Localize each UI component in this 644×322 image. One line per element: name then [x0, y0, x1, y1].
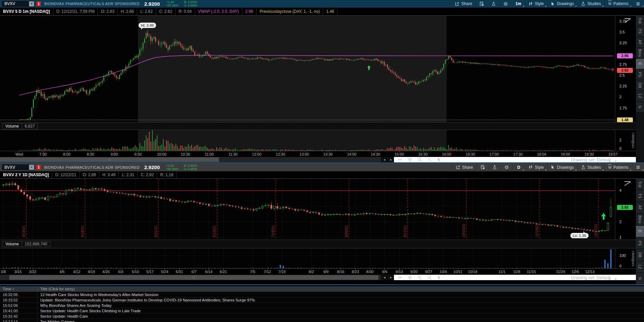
gadget-tab-at[interactable]: AT [636, 202, 644, 213]
menu-button[interactable] [632, 0, 644, 7]
analysis-flask-button[interactable] [488, 0, 499, 7]
patterns-w-icon: W [608, 165, 612, 170]
resize-grip[interactable] [615, 160, 616, 162]
drawings-button[interactable]: Drawings [547, 0, 577, 7]
share-button[interactable]: Share [451, 0, 475, 7]
quick-quote-button[interactable] [475, 0, 488, 7]
settings-gear-button[interactable] [499, 0, 512, 7]
drawings-button[interactable]: Drawings [547, 163, 577, 171]
zoom-out-icon[interactable] [427, 157, 432, 162]
gadget-tab-at[interactable]: AT [636, 37, 644, 47]
chevron-down-icon[interactable]: ▼ [29, 165, 34, 170]
patterns-button[interactable]: W Patterns [604, 163, 632, 171]
share-button[interactable]: Share [452, 163, 476, 171]
gadget-tab-btns[interactable]: Btns [636, 214, 644, 225]
daily-time-axis[interactable]: 3/83/153/224/54/124/194/265/35/105/175/2… [0, 268, 636, 275]
news-row[interactable]: 16:32:05 12 Health Care Stocks Moving In… [0, 292, 644, 297]
study-legend-prevclose[interactable]: Previousdayclose (DAY, 1, -1, no) [256, 8, 323, 15]
scroll-right-button[interactable]: ▸ [388, 275, 394, 280]
intraday-volume-pane[interactable]: 20<millions> [0, 130, 636, 151]
style-button[interactable]: Style [525, 163, 547, 171]
scrollbar-handle[interactable]: ||| [9, 275, 378, 280]
style-button[interactable]: Style [525, 0, 547, 7]
alert-badge[interactable]: 1 [36, 165, 41, 170]
timeframe-button[interactable]: 1m [512, 0, 524, 7]
gadget-tab-ts[interactable]: TS [636, 26, 644, 36]
scroll-left-button[interactable]: ◂ [381, 275, 388, 280]
scrollbar-handle[interactable]: ||| [0, 157, 219, 162]
gadget-tab-ps[interactable]: PS [636, 70, 644, 80]
analysis-flask-button[interactable] [489, 163, 500, 171]
timeframe-button[interactable]: D [513, 163, 525, 171]
news-title-column-header[interactable]: Title (Click for story) [37, 287, 644, 291]
news-row[interactable]: 14:13:14 Top Midday Gainers [0, 319, 644, 322]
studies-button[interactable]: Studies [577, 0, 604, 7]
crosshair-target-icon[interactable] [407, 157, 413, 162]
patterns-button[interactable]: W Patterns [604, 0, 632, 7]
volume-legend-row: Volume 152,688,740 [0, 240, 636, 248]
gadget-tab-db[interactable]: DB [636, 80, 644, 90]
price-tick: 3.25 [619, 41, 627, 45]
gadget-tab-db[interactable]: DB [636, 249, 644, 261]
scrollbar-track[interactable]: ||| [0, 275, 381, 280]
drawing-set-menu[interactable]: Drawing set: Default [571, 157, 611, 162]
quick-quote-button[interactable] [476, 163, 489, 171]
news-row[interactable]: 15:52:06 Why BiondVax Shares Are Soaring… [0, 303, 644, 308]
studies-button[interactable]: Studies [577, 163, 604, 171]
gadget-tab-n[interactable]: N [636, 273, 644, 284]
symbol-input[interactable]: BVXV ▼ [2, 1, 34, 7]
zoom-out-icon[interactable] [427, 275, 432, 280]
ohlc-range: R: 1.18 [157, 171, 177, 178]
time-tick-mark [19, 151, 20, 153]
scroll-left-button[interactable]: ◂ [381, 157, 388, 162]
time-tick: 7/12 [264, 270, 271, 274]
gadget-tab-l2[interactable]: L2 [636, 261, 644, 272]
intraday-time-axis[interactable]: Wed7:308:008:309:009:3010:0010:3011:0011… [0, 151, 636, 157]
volume-value: 152,688,740 [22, 241, 50, 247]
gadget-tab-trd[interactable]: Trd [636, 16, 644, 26]
news-row[interactable]: 15:31:42 Sector Update: Health Care [0, 314, 644, 319]
symbol-input[interactable]: BVXV ▼ [2, 164, 34, 170]
study-legend-vwap[interactable]: VWAP (-2.0, 2.0, DAY) [195, 8, 242, 15]
news-time-column-header[interactable]: Time ▾ [0, 287, 37, 291]
menu-button[interactable] [632, 163, 644, 171]
intraday-chart-canvas[interactable]: 3.753.53.252.752.52.2521.752.962.621.48H… [0, 16, 636, 122]
gadget-tab-ts[interactable]: TS [636, 190, 644, 202]
zoom-in-icon[interactable] [417, 157, 422, 162]
news-row[interactable]: 16:15:52 Update: BiondVax Pharmaceutical… [0, 297, 644, 303]
chevron-down-icon[interactable]: ▼ [29, 1, 34, 6]
time-tick-mark [106, 269, 106, 270]
drawing-set-menu[interactable]: Drawing set: Default [571, 275, 611, 280]
note-clock-icon [479, 1, 484, 6]
daily-chart-canvas[interactable]: 3/19/214/16/215/21/216/18/217/16/218/20/… [0, 179, 636, 240]
time-tick: 5/31 [176, 270, 183, 274]
price-tick: 1 [619, 235, 621, 239]
volume-unit-label: <millions> [630, 250, 635, 266]
alert-badge[interactable]: 1 [36, 1, 41, 6]
gadget-tab-l2[interactable]: L2 [636, 91, 644, 101]
price-badge: 2.96 [617, 53, 633, 58]
zoom-in-icon[interactable] [417, 275, 422, 280]
gadget-tab-c[interactable]: C [636, 59, 644, 69]
gadget-tab-btns[interactable]: Btns [636, 48, 644, 58]
volume-legend-row: Volume 6,827 [0, 122, 636, 130]
news-row[interactable]: 15:41:00 Sector Update: Health Care Stoc… [0, 308, 644, 314]
gadget-tab-trd[interactable]: Trd [636, 179, 644, 190]
time-tick-mark [311, 269, 312, 270]
gadget-tab-n[interactable]: N [636, 102, 644, 112]
gadget-tab-c[interactable]: C [636, 226, 644, 237]
cursor-icon[interactable] [437, 275, 441, 280]
scrollbar-track[interactable]: ||| [0, 157, 381, 162]
window-divider[interactable] [0, 284, 644, 285]
daily-volume-pane[interactable]: 1000<millions> [0, 248, 636, 268]
settings-gear-button[interactable] [500, 163, 513, 171]
time-tick-mark [267, 269, 268, 270]
time-tick-mark [3, 269, 4, 270]
cursor-icon[interactable] [437, 157, 441, 162]
scroll-right-button[interactable]: ▸ [388, 157, 394, 162]
expand-horizontal-icon[interactable] [397, 275, 403, 280]
crosshair-target-icon[interactable] [407, 275, 413, 280]
resize-grip[interactable] [615, 278, 616, 279]
gadget-tab-ps[interactable]: PS [636, 238, 644, 249]
expand-horizontal-icon[interactable] [397, 157, 403, 162]
